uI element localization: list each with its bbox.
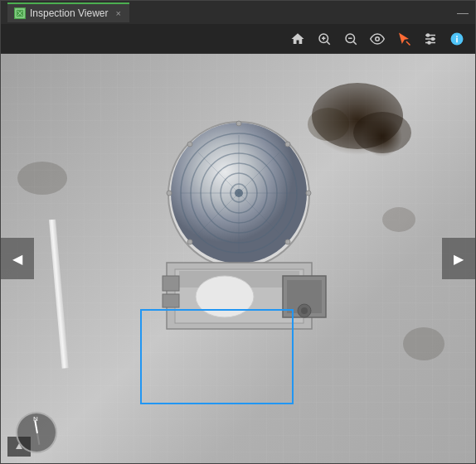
svg-line-6 xyxy=(327,41,329,44)
left-arrow-icon: ◀ xyxy=(12,251,22,267)
zoom-out-button[interactable] xyxy=(339,27,362,51)
tab-icon xyxy=(14,7,26,19)
svg-point-17 xyxy=(428,41,430,44)
image-viewport[interactable]: ◀ ▶ N xyxy=(1,54,475,463)
title-bar-left: Inspection Viewer × xyxy=(7,2,129,22)
main-window: Inspection Viewer × — xyxy=(0,0,476,464)
tab-title: Inspection Viewer xyxy=(30,7,109,19)
info-button[interactable] xyxy=(445,27,469,51)
adjust-button[interactable] xyxy=(419,27,442,51)
prev-image-button[interactable]: ◀ xyxy=(1,238,34,279)
next-image-button[interactable]: ▶ xyxy=(442,238,475,279)
zoom-in-button[interactable] xyxy=(313,27,336,51)
svg-point-16 xyxy=(432,37,435,40)
title-bar: Inspection Viewer × — xyxy=(1,1,475,24)
window-minimize[interactable]: — xyxy=(457,6,469,19)
compass: N xyxy=(16,412,57,453)
svg-line-11 xyxy=(406,41,410,46)
rooftop-texture xyxy=(1,54,475,463)
home-button[interactable] xyxy=(286,27,309,51)
select-button[interactable] xyxy=(392,27,415,51)
inspection-viewer-tab[interactable]: Inspection Viewer × xyxy=(7,2,129,22)
compass-north-label: N xyxy=(33,415,38,423)
visibility-button[interactable] xyxy=(366,27,389,51)
toolbar xyxy=(1,24,475,54)
right-arrow-icon: ▶ xyxy=(454,251,464,267)
svg-point-21 xyxy=(456,36,458,37)
svg-point-10 xyxy=(376,36,380,41)
tab-close-button[interactable]: × xyxy=(116,8,121,18)
svg-line-9 xyxy=(353,41,356,44)
svg-point-15 xyxy=(427,34,430,36)
compass-circle: N xyxy=(16,412,57,453)
aerial-image: ◀ ▶ N xyxy=(1,54,475,463)
compass-south-needle xyxy=(36,433,40,445)
